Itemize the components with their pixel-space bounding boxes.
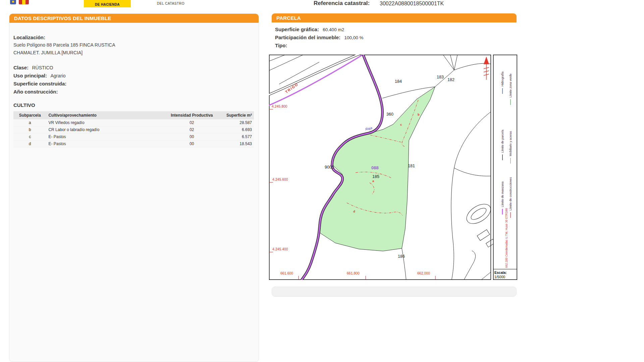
coordinate-label-y1: 4.245.800 (272, 104, 287, 108)
built-area-label: Superficie construida: (13, 81, 66, 86)
class-label: Clase: (13, 65, 29, 70)
type-label: Tipo: (275, 43, 287, 48)
participation-value: 100,00 % (344, 35, 364, 40)
legend-item-street-furniture: Mobiliario y aceras (509, 131, 512, 156)
surface-cell: 6.693 (218, 126, 254, 133)
cadastral-map-svg: 4.245.800 4.245.600 4.245.400 661.600 66… (269, 55, 517, 280)
ministry-logo-text: DE HACIENDA (95, 3, 120, 6)
location-line-2: CHAMALET. JUMILLA [MURCIA] (13, 49, 254, 57)
subparcel-cell: b (13, 126, 46, 133)
subparcel-label-d: d (353, 209, 355, 213)
subparcel-cell: a (13, 119, 46, 126)
property-data-panel: DATOS DESCRIPTIVOS DEL INMUEBLE Localiza… (9, 13, 259, 362)
cultivation-cell: E- Pastos (46, 140, 165, 147)
parcel-label-088: 088 (371, 165, 379, 170)
parcel-info: Superficie gráfica: 60.400 m2 Participac… (275, 25, 364, 50)
surface-cell: 18.543 (218, 140, 254, 147)
coordinate-label-x1: 661.600 (280, 271, 293, 275)
parcel-label-183: 183 (437, 75, 444, 79)
cultivation-table-header-row: Subparcela Cultivo/aprovechamiento Inten… (13, 111, 254, 119)
parcel-label-181: 181 (408, 164, 415, 168)
legend-item-block-limit: Límite de manzana (501, 181, 504, 207)
cultivation-section-title: CULTIVO (13, 101, 254, 109)
next-section-panel (272, 287, 517, 297)
cadastral-map: 4.245.800 4.245.600 4.245.400 661.600 66… (269, 55, 517, 280)
cultivation-table: Subparcela Cultivo/aprovechamiento Inten… (13, 111, 254, 147)
ministry-logo-box: DE HACIENDA (84, 0, 131, 7)
subparcel-label-a: a (372, 179, 374, 183)
surface-cell: 28.587 (218, 119, 254, 126)
parcel-label-182: 182 (447, 77, 454, 82)
coordinate-label-x2: 661.800 (347, 271, 360, 275)
parcel-label-9005: 9005 (325, 165, 334, 170)
table-row: d E- Pastos 00 18.543 (13, 140, 254, 147)
column-header-cultivation: Cultivo/aprovechamiento (46, 111, 165, 119)
parcel-label-185: 185 (372, 174, 379, 179)
table-row: b CR Labor o labradío regadío 02 6.693 (13, 126, 254, 133)
intensity-cell: 02 (165, 126, 218, 133)
property-data-body: Localización: Suelo Polígono 88 Parcela … (9, 23, 259, 147)
graphic-surface-value: 60.400 m2 (323, 27, 344, 32)
main-use-row: Uso principal: Agrario (13, 72, 254, 80)
location-line-1: Suelo Polígono 88 Parcela 185 FINCA RUST… (13, 41, 254, 49)
property-data-panel-title: DATOS DESCRIPTIVOS DEL INMUEBLE (9, 14, 259, 23)
graphic-surface-row: Superficie gráfica: 60.400 m2 (275, 25, 364, 34)
catastro-org-text: DEL CATASTRO (157, 2, 184, 5)
coordinate-label-x3: 662.000 (417, 271, 430, 275)
intensity-cell: 00 (165, 140, 218, 147)
surface-cell: 6.577 (218, 133, 254, 140)
cadastral-reference-value: 30022A0880018500001TK (380, 1, 444, 7)
class-row: Clase: RÚSTICO (13, 64, 254, 72)
cultivation-cell: CR Labor o labradío regadío (46, 126, 165, 133)
subparcel-label-b: b (418, 113, 420, 116)
legend-item-construction-limit: Límite de construcciones (509, 177, 512, 210)
subparcel-cell: d (13, 140, 46, 147)
ministry-flag-icon (19, 0, 29, 4)
cultivation-cell: VR Viñedos regadío (46, 119, 165, 126)
column-header-surface: Superficie m² (218, 111, 254, 119)
subparcel-cell: c (13, 133, 46, 140)
table-row: c E- Pastos 00 6.577 (13, 133, 254, 140)
main-use-value: Agrario (50, 73, 65, 78)
type-row: Tipo: (275, 42, 364, 50)
participation-row: Participación del inmueble: 100,00 % (275, 34, 364, 42)
coordinate-label-y2: 4.245.600 (272, 177, 288, 181)
coordinate-label-y3: 4.245.400 (272, 247, 288, 251)
participation-label: Participación del inmueble: (275, 35, 340, 40)
legend-item-parcel-limit: Límite de parcela (501, 130, 504, 153)
legend-item-hydrography: Hidrografía (501, 71, 504, 86)
parcel-label-186: 186 (398, 254, 405, 259)
table-row: a VR Viñedos regadío 02 28.587 (13, 119, 254, 126)
column-header-intensity: Intensidad Productiva (165, 111, 218, 119)
construction-year-label: Año construcción: (13, 89, 58, 95)
location-label: Localización: (13, 34, 254, 41)
main-use-label: Uso principal: (13, 73, 47, 78)
legend-crs-note: 662.200 Coordenadas U.TM. Huso 30 ETRS89 (505, 208, 508, 268)
graphic-surface-label: Superficie gráfica: (275, 26, 319, 32)
cadastral-reference-label: Referencia catastral: (314, 0, 370, 7)
built-area-row: Superficie construida: (13, 80, 254, 88)
government-crest-icon (10, 0, 16, 4)
construction-year-row: Año construcción: (13, 88, 254, 96)
intensity-cell: 00 (165, 133, 218, 140)
crest-star-icon (12, 1, 14, 3)
intensity-cell: 02 (165, 119, 218, 126)
scale-label: Escala: (494, 270, 507, 275)
cadastral-document-page: DE HACIENDA DEL CATASTRO Referencia cata… (0, 0, 644, 362)
parcel-panel-title: PARCELA (272, 13, 517, 22)
parcel-panel: PARCELA Superficie gráfica: 60.400 m2 Pa… (269, 13, 517, 362)
class-value: RÚSTICO (32, 65, 53, 70)
subparcel-label-c: c (400, 123, 402, 126)
scale-value: 1/5000 (494, 275, 505, 279)
parcel-label-184: 184 (395, 79, 402, 84)
column-header-subparcel: Subparcela (13, 111, 46, 119)
parcel-label-360: 360 (386, 112, 393, 117)
legend-item-green-zone: Límite zona verde (509, 73, 512, 98)
cultivation-cell: E- Pastos (46, 133, 165, 140)
